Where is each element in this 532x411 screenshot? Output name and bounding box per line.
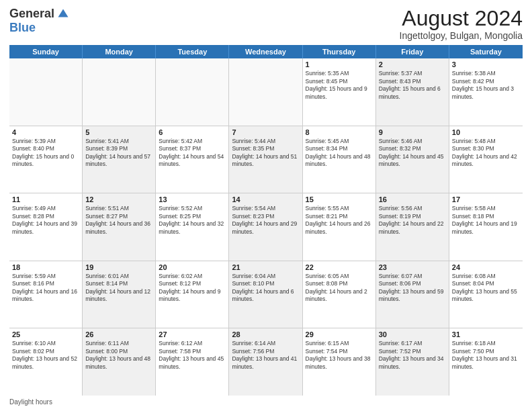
title-block: August 2024 Ingettolgoy, Bulgan, Mongoli…: [400, 7, 523, 41]
day-number: 26: [85, 330, 152, 338]
day-number: 4: [12, 128, 79, 136]
logo-blue: Blue: [9, 21, 36, 35]
day-number: 19: [85, 263, 152, 271]
calendar-cell: 18Sunrise: 5:59 AM Sunset: 8:16 PM Dayli…: [9, 261, 83, 328]
calendar-cell: 2Sunrise: 5:37 AM Sunset: 8:43 PM Daylig…: [376, 58, 449, 126]
calendar-header-cell: Tuesday: [156, 45, 229, 58]
calendar-row: 1Sunrise: 5:35 AM Sunset: 8:45 PM Daylig…: [9, 58, 523, 126]
cell-text: Sunrise: 5:41 AM Sunset: 8:39 PM Dayligh…: [85, 138, 152, 169]
svg-marker-0: [58, 9, 69, 17]
cell-text: Sunrise: 5:45 AM Sunset: 8:34 PM Dayligh…: [306, 138, 373, 169]
cell-text: Sunrise: 6:10 AM Sunset: 8:02 PM Dayligh…: [12, 340, 79, 371]
day-number: 31: [452, 330, 520, 338]
calendar-cell: [9, 58, 83, 126]
main-title: August 2024: [400, 7, 523, 30]
day-number: 20: [159, 263, 226, 271]
footer-text: Daylight hours: [9, 398, 52, 406]
cell-text: Sunrise: 6:05 AM Sunset: 8:08 PM Dayligh…: [306, 273, 373, 304]
day-number: 29: [306, 330, 373, 338]
logo-general: General: [9, 7, 54, 21]
cell-text: Sunrise: 5:52 AM Sunset: 8:25 PM Dayligh…: [159, 205, 226, 236]
cell-text: Sunrise: 6:08 AM Sunset: 8:04 PM Dayligh…: [452, 273, 520, 304]
cell-text: Sunrise: 5:44 AM Sunset: 8:35 PM Dayligh…: [232, 138, 299, 169]
calendar-cell: 21Sunrise: 6:04 AM Sunset: 8:10 PM Dayli…: [229, 261, 302, 328]
day-number: 16: [379, 195, 446, 203]
day-number: 3: [452, 60, 520, 68]
logo-icon: [57, 8, 69, 20]
calendar-cell: 20Sunrise: 6:02 AM Sunset: 8:12 PM Dayli…: [156, 261, 229, 328]
cell-text: Sunrise: 5:56 AM Sunset: 8:19 PM Dayligh…: [379, 205, 446, 236]
calendar-cell: 3Sunrise: 5:38 AM Sunset: 8:42 PM Daylig…: [449, 58, 523, 126]
calendar-header-cell: Sunday: [9, 45, 83, 58]
cell-text: Sunrise: 5:59 AM Sunset: 8:16 PM Dayligh…: [12, 273, 79, 304]
calendar: SundayMondayTuesdayWednesdayThursdayFrid…: [9, 45, 523, 396]
cell-text: Sunrise: 5:39 AM Sunset: 8:40 PM Dayligh…: [12, 138, 79, 169]
calendar-cell: 11Sunrise: 5:49 AM Sunset: 8:28 PM Dayli…: [9, 193, 83, 261]
page: General Blue August 2024 Ingettolgoy, Bu…: [0, 0, 532, 411]
calendar-header-cell: Saturday: [449, 45, 523, 58]
day-number: 12: [85, 195, 152, 203]
cell-text: Sunrise: 6:01 AM Sunset: 8:14 PM Dayligh…: [85, 273, 152, 304]
subtitle: Ingettolgoy, Bulgan, Mongolia: [400, 30, 523, 41]
calendar-header: SundayMondayTuesdayWednesdayThursdayFrid…: [9, 45, 523, 58]
day-number: 13: [159, 195, 226, 203]
cell-text: Sunrise: 6:12 AM Sunset: 7:58 PM Dayligh…: [159, 340, 226, 371]
calendar-cell: 12Sunrise: 5:51 AM Sunset: 8:27 PM Dayli…: [83, 193, 156, 261]
day-number: 15: [306, 195, 373, 203]
calendar-row: 4Sunrise: 5:39 AM Sunset: 8:40 PM Daylig…: [9, 126, 523, 194]
calendar-cell: 28Sunrise: 6:14 AM Sunset: 7:56 PM Dayli…: [229, 328, 302, 396]
calendar-cell: 16Sunrise: 5:56 AM Sunset: 8:19 PM Dayli…: [376, 193, 449, 261]
calendar-cell: 29Sunrise: 6:15 AM Sunset: 7:54 PM Dayli…: [303, 328, 376, 396]
cell-text: Sunrise: 5:49 AM Sunset: 8:28 PM Dayligh…: [12, 205, 79, 236]
calendar-cell: 13Sunrise: 5:52 AM Sunset: 8:25 PM Dayli…: [156, 193, 229, 261]
calendar-cell: 1Sunrise: 5:35 AM Sunset: 8:45 PM Daylig…: [303, 58, 376, 126]
cell-text: Sunrise: 5:35 AM Sunset: 8:45 PM Dayligh…: [306, 70, 373, 101]
calendar-header-cell: Thursday: [303, 45, 376, 58]
day-number: 9: [379, 128, 446, 136]
day-number: 11: [12, 195, 79, 203]
calendar-row: 11Sunrise: 5:49 AM Sunset: 8:28 PM Dayli…: [9, 193, 523, 261]
cell-text: Sunrise: 5:55 AM Sunset: 8:21 PM Dayligh…: [306, 205, 373, 236]
calendar-cell: 27Sunrise: 6:12 AM Sunset: 7:58 PM Dayli…: [156, 328, 229, 396]
cell-text: Sunrise: 6:14 AM Sunset: 7:56 PM Dayligh…: [232, 340, 299, 371]
day-number: 8: [306, 128, 373, 136]
calendar-cell: 26Sunrise: 6:11 AM Sunset: 8:00 PM Dayli…: [83, 328, 156, 396]
calendar-cell: 4Sunrise: 5:39 AM Sunset: 8:40 PM Daylig…: [9, 126, 83, 193]
logo-text: General: [9, 7, 69, 21]
calendar-cell: [229, 58, 302, 126]
day-number: 27: [159, 330, 226, 338]
cell-text: Sunrise: 5:58 AM Sunset: 8:18 PM Dayligh…: [452, 205, 520, 236]
header: General Blue August 2024 Ingettolgoy, Bu…: [9, 7, 523, 41]
day-number: 5: [85, 128, 152, 136]
cell-text: Sunrise: 6:07 AM Sunset: 8:06 PM Dayligh…: [379, 273, 446, 304]
day-number: 21: [232, 263, 299, 271]
cell-text: Sunrise: 6:11 AM Sunset: 8:00 PM Dayligh…: [85, 340, 152, 371]
day-number: 14: [232, 195, 299, 203]
calendar-header-cell: Wednesday: [229, 45, 302, 58]
calendar-header-cell: Monday: [83, 45, 156, 58]
calendar-cell: 14Sunrise: 5:54 AM Sunset: 8:23 PM Dayli…: [229, 193, 302, 261]
calendar-cell: 30Sunrise: 6:17 AM Sunset: 7:52 PM Dayli…: [376, 328, 449, 396]
calendar-header-cell: Friday: [376, 45, 449, 58]
calendar-cell: 19Sunrise: 6:01 AM Sunset: 8:14 PM Dayli…: [83, 261, 156, 328]
cell-text: Sunrise: 6:02 AM Sunset: 8:12 PM Dayligh…: [159, 273, 226, 304]
day-number: 1: [306, 60, 373, 68]
cell-text: Sunrise: 6:15 AM Sunset: 7:54 PM Dayligh…: [306, 340, 373, 371]
calendar-cell: 6Sunrise: 5:42 AM Sunset: 8:37 PM Daylig…: [156, 126, 229, 193]
cell-text: Sunrise: 6:18 AM Sunset: 7:50 PM Dayligh…: [452, 340, 520, 371]
day-number: 6: [159, 128, 226, 136]
calendar-cell: 31Sunrise: 6:18 AM Sunset: 7:50 PM Dayli…: [449, 328, 523, 396]
calendar-cell: 22Sunrise: 6:05 AM Sunset: 8:08 PM Dayli…: [303, 261, 376, 328]
calendar-cell: 23Sunrise: 6:07 AM Sunset: 8:06 PM Dayli…: [376, 261, 449, 328]
cell-text: Sunrise: 5:38 AM Sunset: 8:42 PM Dayligh…: [452, 70, 520, 101]
calendar-cell: 17Sunrise: 5:58 AM Sunset: 8:18 PM Dayli…: [449, 193, 523, 261]
cell-text: Sunrise: 6:17 AM Sunset: 7:52 PM Dayligh…: [379, 340, 446, 371]
calendar-cell: 5Sunrise: 5:41 AM Sunset: 8:39 PM Daylig…: [83, 126, 156, 193]
day-number: 7: [232, 128, 299, 136]
cell-text: Sunrise: 5:48 AM Sunset: 8:30 PM Dayligh…: [452, 138, 520, 169]
cell-text: Sunrise: 5:46 AM Sunset: 8:32 PM Dayligh…: [379, 138, 446, 169]
day-number: 22: [306, 263, 373, 271]
day-number: 23: [379, 263, 446, 271]
calendar-cell: 7Sunrise: 5:44 AM Sunset: 8:35 PM Daylig…: [229, 126, 302, 193]
day-number: 10: [452, 128, 520, 136]
